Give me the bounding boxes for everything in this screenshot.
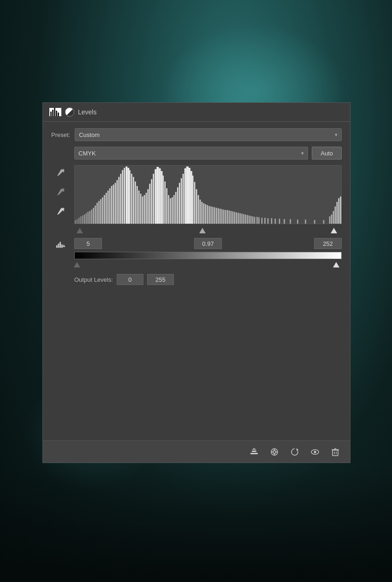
svg-rect-14 bbox=[86, 213, 87, 224]
svg-rect-111 bbox=[267, 218, 269, 224]
svg-rect-0 bbox=[56, 245, 58, 248]
shadow-input[interactable] bbox=[74, 238, 102, 249]
svg-rect-129 bbox=[252, 451, 256, 452]
highlight-handle[interactable] bbox=[331, 228, 337, 233]
svg-rect-66 bbox=[181, 178, 182, 224]
output-shadow-handle[interactable] bbox=[74, 262, 80, 267]
svg-rect-16 bbox=[89, 211, 91, 224]
tools-column bbox=[51, 165, 71, 285]
svg-rect-64 bbox=[177, 187, 178, 224]
svg-rect-25 bbox=[106, 193, 107, 224]
svg-rect-117 bbox=[297, 220, 298, 224]
svg-rect-95 bbox=[234, 212, 235, 224]
svg-rect-18 bbox=[93, 208, 94, 224]
svg-rect-59 bbox=[168, 195, 169, 224]
eyedropper-shadow-icon bbox=[56, 168, 65, 177]
svg-rect-19 bbox=[95, 206, 96, 224]
output-shadow-input[interactable] bbox=[117, 274, 143, 285]
svg-rect-103 bbox=[249, 215, 250, 224]
svg-rect-9 bbox=[77, 219, 78, 224]
midtone-handle[interactable] bbox=[199, 228, 206, 233]
svg-rect-42 bbox=[137, 186, 138, 224]
svg-rect-51 bbox=[153, 174, 154, 224]
svg-rect-3 bbox=[61, 244, 63, 248]
clipping-warning-button[interactable] bbox=[53, 237, 68, 252]
svg-rect-114 bbox=[279, 219, 280, 224]
svg-rect-10 bbox=[78, 218, 80, 224]
svg-rect-93 bbox=[231, 211, 232, 224]
output-highlight-input[interactable] bbox=[147, 274, 174, 285]
title-bar: Levels bbox=[43, 103, 350, 122]
svg-rect-99 bbox=[241, 214, 243, 224]
svg-rect-58 bbox=[166, 188, 167, 224]
reset-button[interactable] bbox=[287, 445, 302, 459]
levels-panel: Levels Preset: Custom ▾ CMYK ▾ Auto bbox=[42, 102, 350, 463]
svg-rect-97 bbox=[238, 213, 239, 224]
svg-point-139 bbox=[314, 451, 316, 453]
midtone-input[interactable] bbox=[194, 238, 222, 249]
svg-rect-60 bbox=[170, 198, 171, 224]
input-slider-row bbox=[74, 228, 342, 235]
svg-rect-57 bbox=[164, 181, 166, 224]
svg-rect-12 bbox=[82, 215, 83, 224]
eyedropper-shadow-button[interactable] bbox=[53, 165, 68, 180]
svg-rect-89 bbox=[223, 209, 225, 224]
auto-button[interactable]: Auto bbox=[312, 147, 342, 160]
svg-rect-31 bbox=[117, 180, 118, 224]
delete-icon bbox=[331, 447, 340, 457]
eyedropper-highlight-button[interactable] bbox=[53, 204, 68, 219]
shadow-handle[interactable] bbox=[77, 228, 83, 233]
svg-rect-56 bbox=[162, 176, 164, 224]
svg-rect-128 bbox=[250, 453, 258, 454]
svg-rect-126 bbox=[338, 198, 339, 224]
clip-to-layer-button[interactable] bbox=[247, 445, 261, 459]
output-slider-row bbox=[74, 262, 342, 269]
svg-rect-123 bbox=[333, 211, 334, 224]
svg-rect-8 bbox=[75, 220, 76, 224]
svg-point-6 bbox=[64, 246, 64, 247]
svg-rect-71 bbox=[190, 171, 192, 224]
svg-rect-119 bbox=[314, 220, 315, 224]
linked-adjustment-button[interactable] bbox=[267, 445, 282, 459]
svg-rect-52 bbox=[154, 169, 156, 224]
preset-dropdown[interactable]: Custom ▾ bbox=[75, 128, 342, 141]
svg-rect-140 bbox=[333, 450, 338, 456]
svg-rect-98 bbox=[239, 213, 241, 224]
delete-button[interactable] bbox=[328, 445, 343, 459]
svg-rect-72 bbox=[192, 176, 194, 224]
preset-label: Preset: bbox=[51, 131, 70, 138]
clipping-warning-icon bbox=[54, 239, 67, 249]
svg-rect-76 bbox=[200, 200, 201, 224]
svg-rect-13 bbox=[84, 214, 85, 224]
output-highlight-handle[interactable] bbox=[333, 262, 339, 267]
svg-rect-73 bbox=[194, 182, 196, 224]
highlight-input[interactable] bbox=[314, 238, 342, 249]
svg-point-132 bbox=[273, 451, 276, 453]
svg-rect-87 bbox=[220, 209, 221, 224]
adjustment-icon bbox=[65, 107, 74, 117]
svg-rect-91 bbox=[227, 210, 228, 224]
svg-rect-110 bbox=[264, 218, 266, 224]
svg-rect-41 bbox=[135, 181, 136, 224]
channel-dropdown[interactable]: CMYK ▾ bbox=[74, 147, 308, 160]
linked-adjustment-icon bbox=[270, 447, 279, 457]
svg-rect-20 bbox=[96, 203, 98, 224]
eyedropper-midtone-button[interactable] bbox=[53, 184, 68, 199]
svg-rect-39 bbox=[131, 174, 132, 224]
svg-rect-37 bbox=[127, 168, 129, 224]
svg-rect-101 bbox=[245, 214, 246, 224]
svg-rect-2 bbox=[59, 242, 61, 248]
svg-rect-77 bbox=[202, 202, 203, 224]
svg-rect-108 bbox=[258, 217, 260, 224]
svg-rect-11 bbox=[80, 216, 82, 224]
svg-rect-121 bbox=[329, 216, 331, 224]
svg-rect-21 bbox=[98, 201, 100, 224]
svg-rect-69 bbox=[186, 166, 189, 224]
svg-rect-79 bbox=[205, 204, 206, 224]
svg-rect-44 bbox=[140, 194, 142, 224]
svg-rect-45 bbox=[142, 196, 143, 224]
svg-rect-61 bbox=[172, 197, 173, 224]
bg-dark-bottom bbox=[0, 467, 392, 582]
visibility-button[interactable] bbox=[308, 445, 322, 459]
svg-rect-92 bbox=[229, 210, 230, 224]
